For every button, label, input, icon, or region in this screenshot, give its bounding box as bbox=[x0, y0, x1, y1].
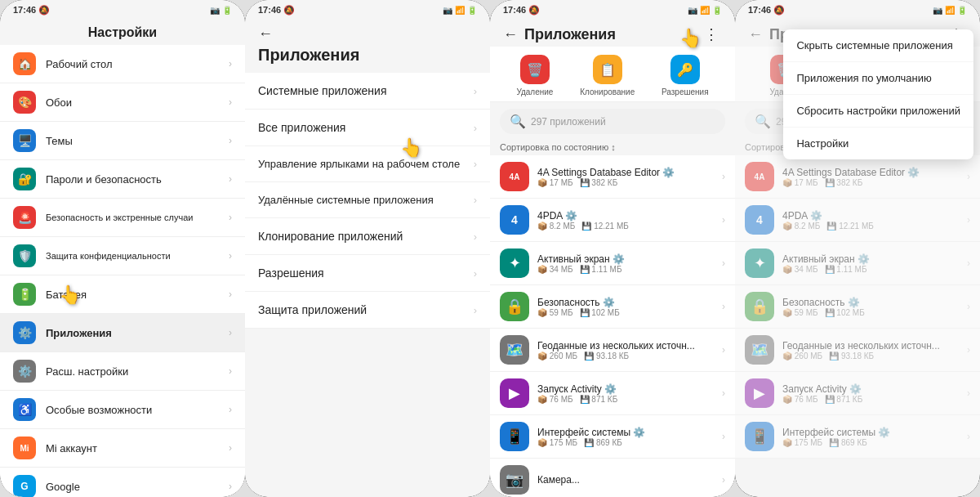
desktop-icon: 🏠 bbox=[13, 52, 36, 75]
app-arrow-active: › bbox=[722, 257, 725, 269]
app-item-active-4[interactable]: ✦ Активный экран ⚙️ 📦 34 МБ💾 1.11 МБ › bbox=[735, 242, 980, 285]
app-info-activity-4: Запуск Activity ⚙️ 📦 76 МБ💾 871 КБ bbox=[782, 383, 967, 404]
action-perms[interactable]: 🔑 Разрешения bbox=[662, 55, 709, 96]
themes-label: Темы bbox=[46, 135, 229, 147]
action-delete[interactable]: 🗑️ Удаление bbox=[516, 55, 553, 96]
app-arrow-security-4: › bbox=[967, 301, 970, 312]
desktop-label: Рабочий стол bbox=[46, 58, 229, 70]
app-meta-active: 📦 34 МБ💾 1.11 МБ bbox=[537, 265, 722, 274]
dropdown-settings[interactable]: Настройки bbox=[783, 128, 973, 159]
status-icons-1: 📷 🔋 bbox=[210, 6, 232, 15]
google-icon: G bbox=[13, 475, 36, 497]
app-item-sysui-4[interactable]: 📱 Интерфейс системы ⚙️ 📦 175 МБ💾 869 КБ … bbox=[735, 415, 980, 459]
battery-icon: 🔋 bbox=[13, 283, 36, 306]
app-item-4a[interactable]: 4A 4A Settings Database Editor ⚙️ 📦 17 М… bbox=[490, 155, 735, 199]
desktop-arrow: › bbox=[229, 58, 232, 69]
submenu-protect[interactable]: Защита приложений › bbox=[245, 292, 490, 329]
action-clone[interactable]: 📋 Клонирование bbox=[580, 55, 635, 96]
app-info-geo: Геоданные из нескольких источн... 📦 260 … bbox=[537, 340, 722, 360]
app-item-security-4[interactable]: 🔒 Безопасность ⚙️ 📦 59 МБ💾 102 МБ › bbox=[735, 285, 980, 329]
app-name-camera: Камера... bbox=[537, 474, 722, 486]
app-arrow-4pda: › bbox=[722, 214, 725, 226]
all-apps-label: Все приложения bbox=[258, 121, 474, 134]
app-item-activity[interactable]: ▶ Запуск Activity ⚙️ 📦 76 МБ💾 871 КБ › bbox=[490, 372, 735, 415]
themes-arrow: › bbox=[229, 135, 232, 146]
extended-arrow: › bbox=[229, 365, 232, 377]
app-item-geo[interactable]: 🗺️ Геоданные из нескольких источн... 📦 2… bbox=[490, 329, 735, 372]
settings-item-battery[interactable]: 🔋 Батарея › bbox=[0, 275, 245, 314]
app-item-security[interactable]: 🔒 Безопасность ⚙️ 📦 59 МБ💾 102 МБ › bbox=[490, 285, 735, 329]
settings-item-wallpaper[interactable]: 🎨 Обои › bbox=[0, 83, 245, 122]
submenu-permissions[interactable]: Разрешения › bbox=[245, 255, 490, 292]
back-button-2[interactable]: ← bbox=[258, 25, 273, 43]
settings-item-passwords[interactable]: 🔐 Пароли и безопасность › bbox=[0, 160, 245, 199]
app-arrow-sysui-4: › bbox=[967, 431, 970, 442]
settings-item-apps[interactable]: ⚙️ Приложения › bbox=[0, 314, 245, 352]
back-button-4[interactable]: ← bbox=[748, 26, 763, 43]
apps-arrow: › bbox=[229, 327, 232, 338]
sort-label-3: Сортировка по состоянию ↕ bbox=[490, 141, 735, 155]
app-meta-active-4: 📦 34 МБ💾 1.11 МБ bbox=[782, 265, 967, 274]
permissions-arrow: › bbox=[474, 267, 477, 280]
status-bar-3: 17:46 🔕 📷 📶 🔋 bbox=[490, 0, 735, 19]
settings-item-google[interactable]: G Google › bbox=[0, 468, 245, 497]
app-info-4a: 4A Settings Database Editor ⚙️ 📦 17 МБ💾 … bbox=[537, 167, 722, 187]
submenu-deleted[interactable]: Удалённые системные приложения › bbox=[245, 182, 490, 218]
app-meta-geo: 📦 260 МБ💾 93.18 КБ bbox=[537, 351, 722, 360]
perms-action-icon: 🔑 bbox=[670, 55, 700, 84]
app-meta-4a-4: 📦 17 МБ💾 382 КБ bbox=[782, 178, 967, 187]
app-info-security-4: Безопасность ⚙️ 📦 59 МБ💾 102 МБ bbox=[782, 297, 967, 317]
apps-actions-row: 🗑️ Удаление 📋 Клонирование 🔑 Разрешения bbox=[490, 47, 735, 102]
dropdown-reset-settings[interactable]: Сбросить настройки приложений bbox=[783, 95, 973, 128]
accessibility-label: Особые возможности bbox=[46, 404, 229, 416]
app-name-4pda: 4PDA ⚙️ bbox=[537, 210, 722, 222]
apps-list-title: Приложения bbox=[524, 26, 616, 43]
app-item-activity-4[interactable]: ▶ Запуск Activity ⚙️ 📦 76 МБ💾 871 КБ › bbox=[735, 372, 980, 415]
security-label: Безопасность и экстренные случаи bbox=[46, 213, 229, 222]
settings-item-desktop[interactable]: 🏠 Рабочий стол › bbox=[0, 45, 245, 83]
submenu-system-apps[interactable]: Системные приложения › bbox=[245, 73, 490, 110]
dropdown-default-apps[interactable]: Приложения по умолчанию bbox=[783, 62, 973, 95]
app-arrow-activity-4: › bbox=[967, 387, 970, 399]
app-info-geo-4: Геоданные из нескольких источн... 📦 260 … bbox=[782, 340, 967, 360]
settings-item-mi[interactable]: Mi Mi аккаунт › bbox=[0, 429, 245, 468]
app-item-4pda-4[interactable]: 4 4PDA ⚙️ 📦 8.2 МБ💾 12.21 МБ › bbox=[735, 199, 980, 242]
app-name-4a-4: 4A Settings Database Editor ⚙️ bbox=[782, 167, 967, 178]
status-icons-3: 📷 📶 🔋 bbox=[688, 6, 722, 15]
app-meta-sysui: 📦 175 МБ💾 869 КБ bbox=[537, 438, 722, 447]
settings-item-privacy[interactable]: 🛡️ Защита конфиденциальности › bbox=[0, 237, 245, 275]
app-icon-active-4: ✦ bbox=[745, 248, 774, 278]
app-icon-activity: ▶ bbox=[500, 378, 529, 408]
status-icons-2: 📷 📶 🔋 bbox=[443, 6, 477, 15]
app-item-4pda[interactable]: 4 4PDA ⚙️ 📦 8.2 МБ💾 12.21 МБ › bbox=[490, 199, 735, 242]
app-item-active[interactable]: ✦ Активный экран ⚙️ 📦 34 МБ💾 1.11 МБ › bbox=[490, 242, 735, 285]
apps-label: Приложения bbox=[46, 327, 229, 339]
app-item-camera[interactable]: 📷 Камера... › bbox=[490, 459, 735, 497]
battery-arrow: › bbox=[229, 289, 232, 300]
wallpaper-icon: 🎨 bbox=[13, 91, 36, 114]
submenu-all-apps[interactable]: Все приложения › bbox=[245, 110, 490, 146]
extended-icon: ⚙️ bbox=[13, 360, 36, 383]
app-name-sysui: Интерфейс системы ⚙️ bbox=[537, 427, 722, 438]
more-button-3[interactable]: ⋮ bbox=[701, 25, 722, 43]
deleted-label: Удалённые системные приложения bbox=[258, 194, 474, 206]
app-arrow-activity: › bbox=[722, 387, 725, 399]
app-item-geo-4[interactable]: 🗺️ Геоданные из нескольких источн... 📦 2… bbox=[735, 329, 980, 372]
app-name-4pda-4: 4PDA ⚙️ bbox=[782, 210, 967, 222]
settings-item-extended[interactable]: ⚙️ Расш. настройки › bbox=[0, 352, 245, 391]
search-bar-3[interactable]: 🔍 297 приложений bbox=[500, 109, 725, 134]
app-icon-4pda: 4 bbox=[500, 205, 529, 235]
dropdown-hide-system[interactable]: Скрыть системные приложения bbox=[783, 29, 973, 62]
app-name-sysui-4: Интерфейс системы ⚙️ bbox=[782, 427, 967, 438]
back-button-3[interactable]: ← bbox=[503, 26, 518, 43]
app-item-sysui[interactable]: 📱 Интерфейс системы ⚙️ 📦 175 МБ💾 869 КБ … bbox=[490, 415, 735, 459]
extended-label: Расш. настройки bbox=[46, 365, 229, 378]
app-item-4a-4[interactable]: 4A 4A Settings Database Editor ⚙️ 📦 17 М… bbox=[735, 155, 980, 199]
settings-item-themes[interactable]: 🖥️ Темы › bbox=[0, 122, 245, 160]
submenu-shortcuts[interactable]: Управление ярлыками на рабочем столе › bbox=[245, 146, 490, 182]
settings-item-security[interactable]: 🚨 Безопасность и экстренные случаи › bbox=[0, 199, 245, 237]
submenu-clone[interactable]: Клонирование приложений › bbox=[245, 218, 490, 255]
app-icon-geo-4: 🗺️ bbox=[745, 335, 774, 365]
settings-item-accessibility[interactable]: ♿ Особые возможности › bbox=[0, 391, 245, 429]
clone-label: Клонирование приложений bbox=[258, 230, 474, 243]
